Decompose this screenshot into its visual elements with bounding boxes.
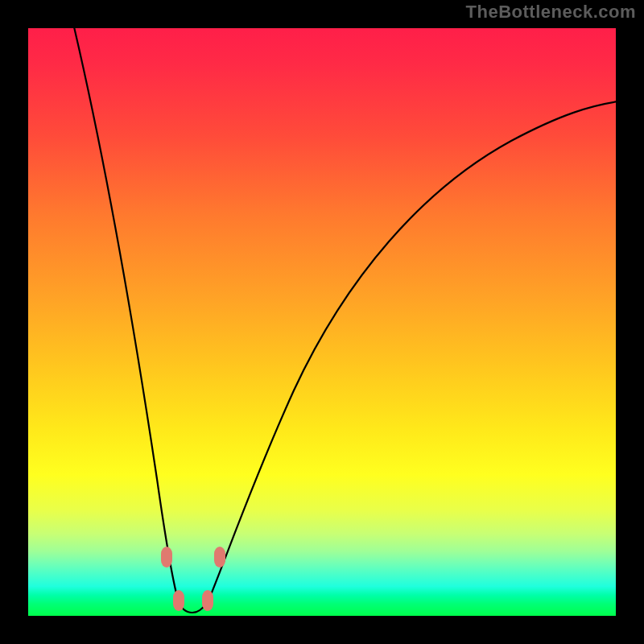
curve-layer xyxy=(28,28,616,616)
marker-blob xyxy=(161,547,172,568)
bottleneck-curve xyxy=(72,28,616,613)
marker-blob xyxy=(214,547,225,568)
marker-blob xyxy=(202,590,213,611)
plot-area xyxy=(28,28,616,616)
chart-frame: TheBottleneck.com xyxy=(0,0,644,644)
marker-blob xyxy=(173,590,184,611)
watermark-text: TheBottleneck.com xyxy=(466,2,636,23)
